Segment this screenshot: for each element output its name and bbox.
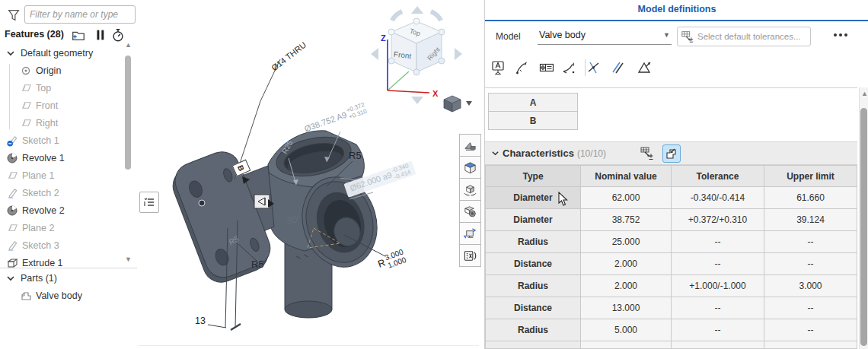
content-divider: [485, 87, 857, 88]
table-cell-upper-limit[interactable]: --: [764, 230, 857, 253]
table-cell-tolerance[interactable]: --: [671, 230, 764, 253]
table-cell-upper-limit[interactable]: --: [764, 297, 857, 319]
filter-icon[interactable]: [6, 7, 21, 22]
table-cell-upper-limit[interactable]: 39.124: [764, 208, 857, 231]
table-cell-nominal[interactable]: 2.000: [580, 274, 672, 297]
apply-default-tolerances-icon: [681, 30, 694, 43]
datum-target-icon[interactable]: [634, 58, 654, 78]
panel-title-tab[interactable]: Model definitions: [485, 4, 868, 14]
parts-header[interactable]: Parts (1): [0, 269, 127, 287]
table-row-sliver: [485, 341, 581, 349]
plane-icon: [19, 99, 33, 113]
tree-item-origin[interactable]: Origin: [0, 62, 142, 79]
tree-item-sketch-1[interactable]: Sketch 1: [0, 132, 129, 149]
chevron-down-icon[interactable]: [491, 149, 499, 157]
pause-icon[interactable]: [93, 27, 108, 43]
measure-icon[interactable]: [459, 244, 481, 267]
apply-default-tolerances-icon[interactable]: [638, 144, 656, 163]
angle-dimension-icon[interactable]: [559, 58, 579, 78]
characteristics-title[interactable]: Characteristics: [503, 148, 574, 159]
plane-icon: [19, 81, 33, 95]
table-cell-tolerance[interactable]: --: [671, 319, 764, 341]
table-cell-tolerance[interactable]: --: [671, 252, 764, 275]
table-cell-type[interactable]: Distance: [485, 297, 581, 319]
datum-row-a[interactable]: A: [488, 93, 578, 112]
tree-item-top[interactable]: Top: [0, 79, 142, 97]
tree-item-plane-1[interactable]: Plane 1: [0, 167, 129, 184]
model-definitions-panel: Model definitions Model Valve body ▼ Sel…: [484, 0, 868, 349]
filter-input[interactable]: [24, 5, 136, 24]
tree-item-valve-body-part[interactable]: Valve body: [0, 287, 142, 304]
table-cell-tolerance[interactable]: -0.340/-0.414: [671, 186, 764, 209]
table-cell-nominal[interactable]: 5.000: [580, 319, 672, 341]
chevron-down-icon[interactable]: [4, 271, 18, 285]
column-header-upper-limit[interactable]: Upper limit: [764, 165, 857, 187]
table-cell-upper-limit[interactable]: 61.660: [764, 186, 857, 209]
table-cell-type[interactable]: Distance: [485, 252, 581, 275]
table-cell-nominal[interactable]: 38.752: [580, 208, 672, 231]
isometric-cube-icon[interactable]: [459, 156, 481, 179]
stopwatch-icon[interactable]: [110, 27, 126, 43]
leader-dimension-icon[interactable]: [512, 58, 532, 78]
table-cell-type[interactable]: Radius: [485, 230, 581, 253]
table-cell-tolerance[interactable]: --: [671, 297, 764, 319]
table-cell-nominal[interactable]: 62.000: [580, 186, 672, 209]
tree-item-revolve-2[interactable]: Revolve 2: [0, 201, 129, 219]
model-label: Model: [496, 31, 521, 42]
table-cell-type[interactable]: Diameter: [485, 208, 581, 231]
tree-scrollbar-thumb[interactable]: [125, 56, 131, 170]
update-display-icon[interactable]: [459, 222, 481, 245]
graphics-viewport[interactable]: [138, 0, 483, 349]
tree-item-sketch-3[interactable]: Sketch 3: [0, 236, 129, 254]
features-header: Features (28): [5, 29, 64, 40]
column-header-tolerance[interactable]: Tolerance: [671, 165, 764, 187]
intersection-icon[interactable]: [584, 58, 604, 78]
annotation-radius-5-bottom[interactable]: R5: [251, 259, 264, 270]
table-cell-tolerance[interactable]: +0.372/+0.310: [671, 208, 764, 231]
table-cell-type[interactable]: Diameter: [485, 186, 581, 209]
table-cell-nominal[interactable]: 25.000: [580, 230, 672, 253]
feature-tree-panel: Features (28) Default geometry Origin To…: [0, 0, 139, 349]
chevron-down-icon[interactable]: [4, 46, 18, 60]
tree-item-default-geometry[interactable]: Default geometry: [0, 44, 127, 62]
table-row-sliver: [671, 341, 764, 349]
tree-item-revolve-1[interactable]: Revolve 1: [0, 149, 129, 167]
panel-scrollbar-thumb[interactable]: [860, 108, 867, 346]
feature-control-frame-icon[interactable]: [537, 58, 557, 78]
characteristics-section-bar: Characteristics (10/10): [485, 141, 857, 165]
note-tool-icon[interactable]: [488, 58, 508, 78]
part-icon: [19, 289, 33, 303]
tree-item-front[interactable]: Front: [0, 97, 142, 114]
annotation-radius-5-top[interactable]: R5: [349, 150, 362, 161]
sketch-icon: [5, 239, 19, 252]
tree-item-right[interactable]: Right: [0, 114, 142, 132]
named-views-icon[interactable]: [459, 178, 481, 201]
column-header-nominal-value[interactable]: Nominal value: [580, 165, 672, 187]
plane-icon: [19, 116, 33, 130]
parallel-icon[interactable]: [608, 58, 627, 78]
tree-scroll-down-icon[interactable]: ▼: [125, 256, 132, 263]
tree-scroll-up-icon[interactable]: ▲: [125, 42, 132, 49]
snapshot-icon[interactable]: [459, 200, 481, 223]
panel-scroll-up-icon[interactable]: ▲: [861, 90, 868, 97]
table-cell-nominal[interactable]: 13.000: [580, 297, 672, 319]
section-view-icon[interactable]: [459, 134, 481, 157]
datum-row-b[interactable]: B: [488, 111, 578, 130]
tree-item-plane-2[interactable]: Plane 2: [0, 219, 129, 236]
table-cell-nominal[interactable]: 2.000: [580, 252, 672, 275]
column-header-type[interactable]: Type: [485, 165, 581, 187]
export-characteristics-icon[interactable]: [662, 144, 681, 163]
table-cell-tolerance[interactable]: +1.000/-1.000: [671, 274, 764, 297]
tree-item-sketch-2[interactable]: Sketch 2: [0, 184, 129, 201]
table-cell-type[interactable]: Radius: [485, 274, 581, 297]
table-cell-upper-limit[interactable]: --: [764, 319, 857, 341]
table-cell-upper-limit[interactable]: --: [764, 252, 857, 275]
table-cell-type[interactable]: Radius: [485, 319, 581, 341]
feature-list-toggle-button[interactable]: [139, 192, 159, 213]
insert-folder-icon[interactable]: [71, 27, 86, 43]
model-select[interactable]: Valve body ▼: [538, 26, 672, 45]
annotation-distance-13[interactable]: 13: [195, 316, 206, 326]
overflow-menu-icon[interactable]: [834, 33, 847, 36]
table-cell-upper-limit[interactable]: 3.000: [764, 274, 857, 297]
select-default-tolerances-button[interactable]: Select default tolerances...: [677, 27, 811, 46]
